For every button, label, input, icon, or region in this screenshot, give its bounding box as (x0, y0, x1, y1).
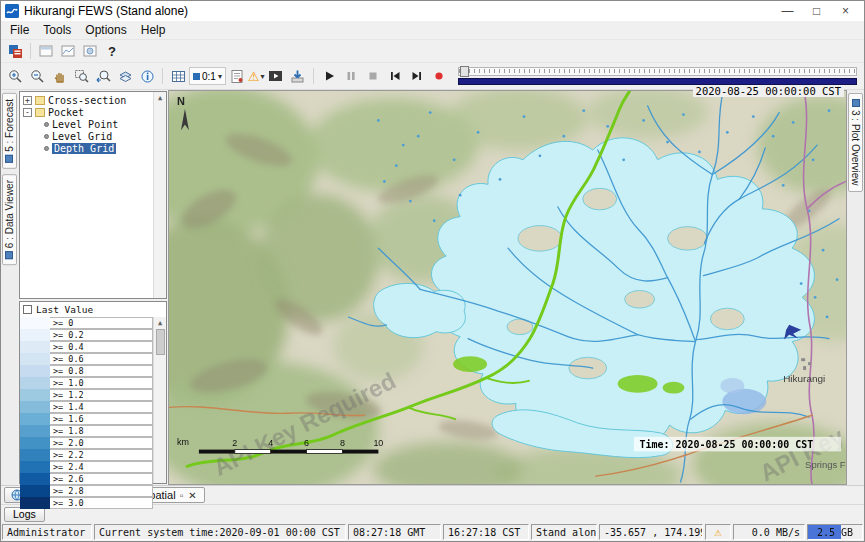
menu-file[interactable]: File (3, 23, 36, 37)
legend-entry: >= 2.8 (20, 485, 153, 497)
tab-plot-overview[interactable]: 3 : Plot Overview (848, 93, 863, 192)
legend-header: Last Value (20, 302, 166, 317)
time-slider[interactable] (458, 67, 857, 85)
legend-entry: >= 2.0 (20, 437, 153, 449)
main-toolbar: ? (1, 39, 864, 62)
legend-entry: >= 1.2 (20, 389, 153, 401)
legend-scrollbar[interactable]: ▲ (153, 317, 166, 483)
spatial-display-icon[interactable] (79, 41, 101, 61)
time-slider-thumb[interactable] (460, 66, 469, 77)
svg-text:Time: 2020-08-25 00:00:00 CST: Time: 2020-08-25 00:00:00 CST (640, 439, 814, 450)
window-title: Hikurangi FEWS (Stand alone) (24, 4, 188, 18)
zoom-box-icon[interactable] (70, 66, 92, 86)
menu-options[interactable]: Options (78, 23, 133, 37)
app-icon (5, 4, 19, 18)
window-controls: — □ × (773, 2, 860, 21)
legend-swatch (20, 437, 50, 449)
folder-icon (35, 96, 45, 105)
status-memory: 2.5 GB (807, 524, 863, 540)
tab-forecast[interactable]: 5 : Forecast (2, 93, 17, 169)
layer-tree: + Cross-section - Pocket Level Point Lev… (19, 91, 167, 299)
menu-help[interactable]: Help (134, 23, 173, 37)
menu-tools[interactable]: Tools (36, 23, 78, 37)
tab-data-viewer[interactable]: 6 : Data Viewer (2, 174, 17, 265)
scroll-up-icon[interactable]: ▲ (158, 317, 162, 328)
pan-hand-icon[interactable] (48, 66, 70, 86)
toolbar-separator (313, 68, 314, 84)
scale-select-combo[interactable]: 0:1 ▾ (189, 67, 226, 85)
close-button[interactable]: × (831, 2, 860, 21)
data-viewer-tab-icon (6, 251, 14, 259)
pause-icon[interactable] (340, 66, 362, 86)
map-area[interactable]: Hikurangi Springs Flat API Key Required … (168, 90, 847, 485)
scrollbar-thumb[interactable] (156, 329, 165, 355)
tree-item-level-grid[interactable]: Level Grid (20, 130, 166, 142)
legend-swatch (20, 461, 50, 473)
legend-list: >= 0 >= 0.2 >= 0.4 >= 0.6 >= 0.8 >= 1.0 … (20, 317, 153, 483)
stop-icon[interactable] (362, 66, 384, 86)
legend-entry: >= 0.4 (20, 341, 153, 353)
svg-text:4: 4 (268, 438, 273, 448)
map-time-label: Time: 2020-08-25 00:00:00 CST (634, 437, 841, 452)
tree-item-pocket[interactable]: - Pocket (20, 106, 166, 118)
zoom-previous-icon[interactable] (92, 66, 114, 86)
legend-entry: >= 0.6 (20, 353, 153, 365)
collapse-icon[interactable]: - (23, 108, 32, 117)
tree-scrollbar[interactable]: ▲ (153, 92, 166, 298)
minimize-button[interactable]: — (773, 2, 802, 21)
time-slider-track[interactable] (458, 67, 857, 76)
plot-overview-tab-icon (852, 99, 860, 107)
warning-dropdown[interactable]: ⚠ ▾ (248, 66, 265, 86)
scroll-up-icon[interactable]: ▲ (158, 92, 162, 103)
scale-value: 0:1 (202, 71, 216, 82)
zoom-in-icon[interactable] (4, 66, 26, 86)
warning-triangle-icon: ⚠ (248, 70, 260, 83)
status-warning-icon[interactable]: ⚠ (705, 524, 731, 540)
play-icon[interactable] (318, 66, 340, 86)
deep-water-patch (720, 378, 744, 394)
status-mode: Stand alone (531, 524, 597, 540)
folder-icon (35, 108, 45, 117)
export-download-icon[interactable] (287, 66, 309, 86)
record-icon[interactable] (428, 66, 450, 86)
leaf-dot-icon (44, 122, 49, 127)
right-tab-strip: 3 : Plot Overview (847, 90, 864, 485)
left-tab-strip: 5 : Forecast 6 : Data Viewer (1, 90, 18, 485)
document-icon[interactable] (226, 66, 248, 86)
animation-icon[interactable] (265, 66, 287, 86)
north-label: N (177, 95, 185, 107)
svg-text:6: 6 (304, 438, 309, 448)
panel-close-icon[interactable]: ✕ (187, 490, 197, 501)
database-icon[interactable] (4, 41, 26, 61)
time-series-display-icon[interactable] (57, 41, 79, 61)
tree-item-level-point[interactable]: Level Point (20, 118, 166, 130)
legend-swatch (20, 353, 50, 365)
grid-display-icon[interactable] (35, 41, 57, 61)
last-value-checkbox[interactable] (23, 305, 32, 314)
legend-swatch (20, 497, 50, 509)
leaf-dot-icon (44, 146, 49, 151)
legend-entry: >= 2.6 (20, 473, 153, 485)
panel-float-icon[interactable]: ▫ (179, 490, 185, 501)
scale-unit: km (177, 437, 189, 447)
legend-swatch (20, 449, 50, 461)
tree-item-depth-grid[interactable]: Depth Grid (20, 142, 166, 154)
menu-bar: File Tools Options Help (1, 21, 864, 39)
info-icon[interactable] (136, 66, 158, 86)
grid-icon[interactable] (167, 66, 189, 86)
legend-entry: >= 0.8 (20, 365, 153, 377)
leaf-dot-icon (44, 134, 49, 139)
skip-end-icon[interactable] (406, 66, 428, 86)
legend-entry: >= 1.4 (20, 401, 153, 413)
map-canvas[interactable]: Hikurangi Springs Flat API Key Required … (169, 91, 846, 484)
skip-start-icon[interactable] (384, 66, 406, 86)
zoom-out-icon[interactable] (26, 66, 48, 86)
layers-icon[interactable] (114, 66, 136, 86)
legend-swatch (20, 317, 50, 329)
expand-icon[interactable]: + (23, 96, 32, 105)
status-bar: Administrator Current system time:2020-0… (1, 523, 864, 541)
help-button[interactable]: ? (101, 41, 123, 61)
tree-item-cross-section[interactable]: + Cross-section (20, 94, 166, 106)
status-system-time: Current system time:2020-09-01 00:00 CST (94, 524, 346, 540)
maximize-button[interactable]: □ (802, 2, 831, 21)
